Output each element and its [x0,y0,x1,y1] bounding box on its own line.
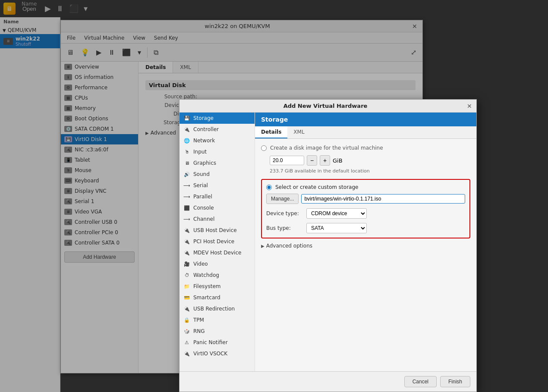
dialog-left-label: USB Redirection [193,306,235,312]
disk-available-text: 233.7 GiB available in the default locat… [270,168,470,174]
dialog-left-label: Smartcard [193,295,220,301]
dialog-left-sound[interactable]: 🔊 Sound [180,169,255,180]
mdev-host-icon: 🔌 [183,250,191,256]
dialog-left-mdev-host[interactable]: 🔌 MDEV Host Device [180,247,255,258]
create-disk-radio-row: Create a disk image for the virtual mach… [261,145,470,151]
custom-storage-radio[interactable] [266,185,272,190]
dialog-body: 💾 Storage 🔌 Controller 🌐 Network 🖱 Input… [180,113,476,371]
filesystem-icon: 📁 [183,283,191,289]
dialog-left-label: Sound [193,171,210,177]
usb-host-icon: 🔌 [183,227,191,233]
device-type-label: Device type: [266,210,303,216]
dialog-left-label: Panic Notifier [193,339,228,345]
watchdog-icon: ⏱ [183,272,191,278]
dialog-left-panic-notifier[interactable]: ⚠ Panic Notifier [180,337,255,348]
parallel-icon: ⟶ [183,194,191,200]
dialog-left-label: Network [193,138,215,144]
dialog-left-label: RNG [193,328,205,334]
dialog-left-label: Graphics [193,160,216,166]
custom-storage-radio-row: Select or create custom storage [266,184,465,190]
dialog-left-parallel[interactable]: ⟶ Parallel [180,191,255,202]
dialog-left-label: VirtIO VSOCK [193,351,227,357]
storage-path-input[interactable] [301,194,465,204]
graphics-icon: 🖥 [183,160,191,166]
dialog-footer: Cancel Finish [180,371,476,392]
dialog-left-video[interactable]: 🎥 Video [180,258,255,270]
smartcard-icon: 💳 [183,295,191,301]
decrease-size-button[interactable]: − [307,155,317,166]
dialog-left-label: Console [193,205,214,211]
device-type-select[interactable]: CDROM device Disk device Floppy device L… [306,208,367,219]
input-icon: 🖱 [183,149,191,155]
pci-host-icon: 🔌 [183,238,191,245]
dialog-left-rng[interactable]: 🎲 RNG [180,326,255,337]
dialog-left-usb-host[interactable]: 🔌 USB Host Device [180,225,255,236]
dialog-left-label: Video [193,261,208,267]
dialog-left-filesystem[interactable]: 📁 Filesystem [180,281,255,292]
rng-icon: 🎲 [183,328,191,334]
dialog-left-pci-host[interactable]: 🔌 PCI Host Device [180,236,255,247]
dialog-left-label: Watchdog [193,272,219,278]
disk-unit-label: GiB [333,157,343,164]
network-icon: 🌐 [183,138,191,144]
dialog-left-label: USB Host Device [193,227,237,233]
dialog-left-label: Serial [193,182,208,188]
create-disk-radio[interactable] [261,145,267,151]
increase-size-button[interactable]: + [320,155,330,166]
disk-size-input[interactable] [270,156,304,165]
dialog-left-channel[interactable]: ⟶ Channel [180,213,255,225]
add-hardware-dialog: Add New Virtual Hardware ✕ 💾 Storage 🔌 C… [179,99,477,392]
bus-type-label: Bus type: [266,225,303,231]
device-type-row: Device type: CDROM device Disk device Fl… [266,208,465,219]
serial-icon: ⟶ [183,182,191,188]
dialog-left-network[interactable]: 🌐 Network [180,135,255,146]
console-icon: ⬛ [183,205,191,211]
dialog-left-controller[interactable]: 🔌 Controller [180,124,255,135]
usb-redirect-icon: 🔌 [183,306,191,312]
dialog-left-console[interactable]: ⬛ Console [180,202,255,213]
storage-icon: 💾 [183,115,191,121]
manage-button[interactable]: Manage... [266,194,299,204]
dialog-left-label: Input [193,149,207,155]
dialog-title-bar: Add New Virtual Hardware ✕ [180,100,476,113]
dialog-left-label: Storage [193,115,214,121]
manage-row: Manage... [266,194,465,204]
dialog-left-virtio-vsock[interactable]: 🔌 VirtIO VSOCK [180,348,255,359]
dialog-left-label: Channel [193,216,214,222]
custom-storage-box: Select or create custom storage Manage..… [261,179,470,238]
dialog-left-panel: 💾 Storage 🔌 Controller 🌐 Network 🖱 Input… [180,113,255,371]
dialog-right-tabs: Details XML [255,126,476,139]
bus-type-select[interactable]: SATA IDE SCSI VirtIO USB [306,223,367,233]
dialog-left-input[interactable]: 🖱 Input [180,146,255,157]
controller-icon: 🔌 [183,126,191,132]
cancel-button[interactable]: Cancel [404,376,437,387]
dialog-left-label: Parallel [193,194,212,200]
video-icon: 🎥 [183,261,191,267]
sound-icon: 🔊 [183,171,191,177]
dialog-left-tpm[interactable]: 🔒 TPM [180,314,255,326]
dialog-left-watchdog[interactable]: ⏱ Watchdog [180,270,255,281]
dialog-right-header: Storage [255,113,476,126]
finish-button[interactable]: Finish [440,376,470,387]
dialog-tab-xml[interactable]: XML [287,126,310,138]
dialog-left-label: Filesystem [193,283,220,289]
dialog-right-panel: Storage Details XML Create a disk image … [255,113,476,371]
advanced-options-arrow-icon: ▶ [261,244,265,248]
advanced-options-label: Advanced options [266,243,312,249]
advanced-options-row[interactable]: ▶ Advanced options [261,243,470,249]
dialog-left-label: Controller [193,126,219,132]
dialog-title: Add New Virtual Hardware [184,103,467,109]
panic-notifier-icon: ⚠ [183,339,191,345]
dialog-left-usb-redirect[interactable]: 🔌 USB Redirection [180,303,255,314]
dialog-tab-details[interactable]: Details [255,126,287,138]
dialog-left-smartcard[interactable]: 💳 Smartcard [180,292,255,303]
dialog-left-label: MDEV Host Device [193,250,241,256]
dialog-right-content: Create a disk image for the virtual mach… [255,139,476,255]
dialog-close-button[interactable]: ✕ [467,103,472,110]
dialog-left-storage[interactable]: 💾 Storage [180,113,255,124]
create-disk-label: Create a disk image for the virtual mach… [270,145,383,151]
dialog-left-label: TPM [193,317,204,323]
dialog-left-label: PCI Host Device [193,238,234,245]
dialog-left-serial[interactable]: ⟶ Serial [180,180,255,191]
dialog-left-graphics[interactable]: 🖥 Graphics [180,157,255,169]
